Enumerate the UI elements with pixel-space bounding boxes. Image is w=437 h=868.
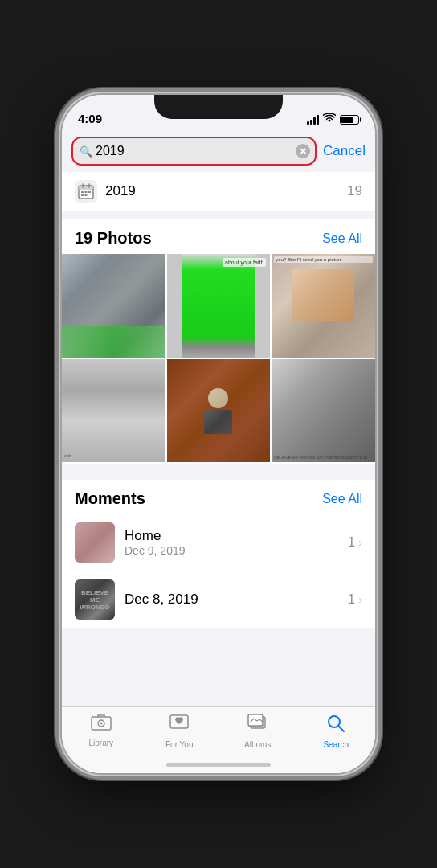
moments-section: Moments See All Home Dec 9, 2019	[62, 480, 375, 628]
tab-for-you-label: For You	[165, 740, 193, 749]
photo-cell-3[interactable]: you? Btw I'll send you a picture	[272, 254, 375, 358]
status-time: 4:09	[78, 112, 102, 125]
albums-icon	[247, 714, 268, 738]
chevron-right-icon-0: ›	[358, 536, 362, 549]
scroll-area[interactable]: 2019 19 19 Photos See All	[62, 172, 375, 773]
svg-line-17	[339, 727, 345, 732]
chevron-right-icon-1: ›	[358, 593, 362, 606]
cancel-button[interactable]: Cancel	[323, 143, 366, 159]
tab-library[interactable]: Library	[62, 714, 141, 747]
heart-icon	[169, 714, 190, 738]
battery-icon	[340, 115, 359, 125]
photo-cell-6[interactable]: BELIEVE ME WRONG SAY THE REMINDERS THE	[272, 359, 375, 463]
tab-library-label: Library	[88, 739, 113, 747]
year-result-row[interactable]: 2019 19	[62, 172, 375, 211]
photo-cell-2[interactable]: about your faith	[167, 254, 271, 358]
section-gap-1	[62, 211, 375, 219]
photo-cell-4[interactable]: visit	[62, 359, 165, 463]
phone-body: 4:09	[62, 95, 375, 773]
tab-albums[interactable]: Albums	[218, 714, 297, 749]
search-clear-button[interactable]	[296, 144, 310, 158]
moment-info-1: Dec 8, 2019	[125, 592, 338, 608]
tab-albums-label: Albums	[244, 740, 271, 749]
moment-thumbnail-0	[75, 522, 115, 563]
notch	[154, 95, 283, 119]
moment-title-0: Home	[125, 528, 338, 544]
photo-grid: about your faith you? Btw I'll send you …	[62, 254, 375, 464]
moment-count-area-0: 1 ›	[348, 534, 362, 551]
photo-cell-1[interactable]	[62, 254, 165, 358]
wifi-icon	[323, 113, 336, 125]
svg-rect-1	[79, 186, 93, 190]
moment-date-0: Dec 9, 2019	[125, 544, 338, 557]
moments-section-title: Moments	[75, 489, 145, 508]
moment-count-0: 1	[348, 534, 355, 551]
library-icon	[91, 714, 112, 736]
moments-see-all-button[interactable]: See All	[322, 492, 362, 506]
moment-thumbnail-1: BELIEVE ME WRONGD	[75, 579, 115, 620]
photos-section-title: 19 Photos	[75, 229, 152, 248]
signal-icon	[307, 115, 319, 125]
photo-cell-5[interactable]	[167, 359, 271, 463]
screen-content: 🔍 2019 Cancel	[62, 130, 375, 773]
svg-point-11	[100, 723, 102, 725]
search-bar-container: 🔍 2019 Cancel	[62, 130, 375, 172]
section-gap-2	[62, 464, 375, 472]
svg-rect-7	[81, 194, 84, 196]
svg-rect-5	[85, 191, 88, 193]
svg-rect-4	[81, 191, 84, 193]
moment-count-1: 1	[348, 592, 355, 608]
svg-rect-8	[85, 194, 88, 196]
photos-see-all-button[interactable]: See All	[322, 231, 362, 246]
photos-section-header: 19 Photos See All	[62, 219, 375, 254]
svg-rect-6	[88, 191, 91, 193]
moment-title-1: Dec 8, 2019	[125, 592, 338, 608]
battery-fill	[341, 117, 353, 123]
status-icons	[307, 113, 359, 125]
moment-row-1[interactable]: BELIEVE ME WRONGD Dec 8, 2019 1 ›	[62, 571, 375, 628]
search-icon: 🔍	[80, 145, 92, 158]
search-tab-icon	[326, 714, 345, 738]
home-indicator	[166, 763, 271, 767]
search-query-display[interactable]: 2019	[96, 144, 291, 158]
year-result-count: 19	[347, 183, 362, 199]
moment-count-area-1: 1 ›	[348, 592, 362, 608]
search-bar-wrapper[interactable]: 🔍 2019	[71, 137, 317, 166]
tab-for-you[interactable]: For You	[141, 714, 219, 749]
tab-search-label: Search	[323, 740, 349, 749]
moments-section-header: Moments See All	[62, 480, 375, 514]
tab-search[interactable]: Search	[297, 714, 376, 749]
moment-info-0: Home Dec 9, 2019	[125, 528, 338, 557]
calendar-icon	[75, 180, 97, 203]
year-result-label: 2019	[105, 183, 339, 199]
phone-frame: 4:09	[0, 0, 437, 868]
photos-section: 19 Photos See All ab	[62, 219, 375, 464]
moment-row-0[interactable]: Home Dec 9, 2019 1 ›	[62, 514, 375, 571]
